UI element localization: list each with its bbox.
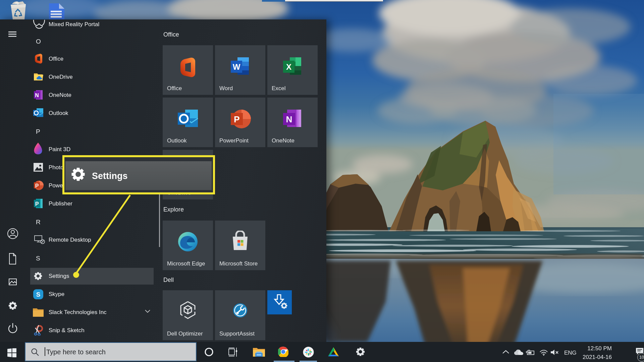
svg-text:W: W xyxy=(233,62,240,71)
svg-text:P: P xyxy=(234,114,239,124)
svg-text:X: X xyxy=(286,62,291,71)
svg-text:N: N xyxy=(35,93,39,98)
svg-text:N: N xyxy=(286,114,292,124)
svg-text:S: S xyxy=(36,291,41,298)
svg-text:P: P xyxy=(35,183,39,189)
svg-text:P: P xyxy=(35,201,39,207)
